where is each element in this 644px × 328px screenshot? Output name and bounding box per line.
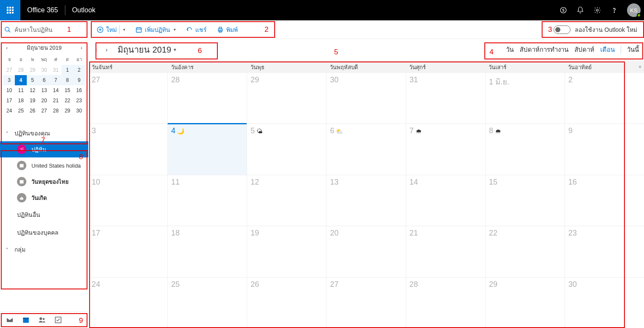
- mini-day[interactable]: 19: [27, 95, 38, 106]
- day-cell[interactable]: 29: [486, 278, 565, 328]
- mini-day[interactable]: 27: [38, 106, 50, 116]
- day-cell[interactable]: 22: [486, 226, 565, 277]
- mini-day[interactable]: 21: [50, 95, 62, 106]
- day-cell[interactable]: 29: [247, 73, 326, 123]
- mini-day[interactable]: 20: [38, 95, 50, 106]
- mini-day[interactable]: 14: [50, 85, 62, 95]
- prev-month[interactable]: ‹: [93, 46, 99, 53]
- day-cell[interactable]: 25: [168, 278, 247, 328]
- day-cell[interactable]: 10: [88, 175, 168, 226]
- day-cell[interactable]: 31: [406, 73, 486, 123]
- mini-next-month[interactable]: ›: [79, 45, 84, 51]
- day-cell[interactable]: 12: [247, 175, 326, 226]
- calendar-item[interactable]: วันหยุดของไทย: [0, 174, 88, 190]
- view-day[interactable]: วัน: [506, 45, 514, 55]
- day-cell[interactable]: 28: [168, 73, 247, 123]
- day-cell[interactable]: 2: [565, 73, 644, 123]
- skype-icon[interactable]: [559, 6, 568, 14]
- share-button[interactable]: แชร์: [186, 25, 207, 34]
- day-cell[interactable]: 5🌤: [247, 124, 326, 174]
- view-workweek[interactable]: สัปดาห์การทำงาน: [520, 45, 568, 55]
- calendar-group-your[interactable]: ˄ ปฏิทินของคุณ: [0, 125, 88, 141]
- mini-day[interactable]: 29: [27, 65, 38, 75]
- mini-day[interactable]: 15: [62, 85, 73, 95]
- day-cell[interactable]: 9: [565, 124, 644, 174]
- new-button[interactable]: ใหม่ ▾: [97, 25, 125, 34]
- mini-day[interactable]: 7: [50, 75, 62, 85]
- mini-day[interactable]: 22: [62, 95, 73, 106]
- mini-day[interactable]: 6: [38, 75, 50, 85]
- day-cell[interactable]: 8🌧: [486, 124, 565, 174]
- day-cell[interactable]: 19: [247, 226, 326, 277]
- day-cell[interactable]: 18: [168, 226, 247, 277]
- day-cell[interactable]: 7🌧: [406, 124, 486, 174]
- mini-day[interactable]: 10: [3, 85, 15, 95]
- mini-day[interactable]: 5: [27, 75, 38, 85]
- mini-day[interactable]: 24: [3, 106, 15, 116]
- tasks-icon[interactable]: [54, 316, 62, 324]
- mini-day[interactable]: 3: [3, 75, 15, 85]
- mini-day[interactable]: 31: [50, 65, 62, 75]
- day-cell[interactable]: 30: [326, 73, 406, 123]
- calendar-group-people[interactable]: ปฏิทินของบุคคล: [0, 224, 88, 241]
- mini-day[interactable]: 27: [3, 65, 15, 75]
- day-cell[interactable]: 17: [88, 226, 168, 277]
- app-launcher[interactable]: [0, 0, 20, 20]
- mini-day[interactable]: 28: [15, 65, 26, 75]
- people-icon[interactable]: [38, 316, 46, 324]
- mini-day[interactable]: 29: [62, 106, 73, 116]
- mini-day[interactable]: 16: [73, 85, 85, 95]
- day-cell[interactable]: 27: [88, 73, 168, 123]
- day-cell[interactable]: 24: [88, 278, 168, 328]
- day-cell[interactable]: 26: [247, 278, 326, 328]
- day-cell[interactable]: 4🌙: [168, 124, 247, 174]
- mini-day[interactable]: 1: [62, 65, 73, 75]
- collapse-panel-icon[interactable]: «: [638, 64, 641, 70]
- day-cell[interactable]: 30: [565, 278, 644, 328]
- day-cell[interactable]: 28: [406, 278, 486, 328]
- search-input[interactable]: ค้นหาในปฏิทิน: [0, 20, 88, 39]
- calendar-group-groups[interactable]: ˅ กลุ่ม: [0, 241, 88, 258]
- mini-day[interactable]: 28: [50, 106, 62, 116]
- brand-office[interactable]: Office 365: [20, 6, 65, 14]
- calendar-item[interactable]: ปปฏิทิน: [0, 141, 88, 157]
- mail-icon[interactable]: [6, 316, 14, 324]
- help-icon[interactable]: [610, 6, 619, 14]
- user-avatar[interactable]: KS: [627, 3, 641, 17]
- mini-day[interactable]: 4: [15, 75, 26, 85]
- mini-day[interactable]: 12: [27, 85, 38, 95]
- mini-day[interactable]: 30: [38, 65, 50, 75]
- day-cell[interactable]: 16: [565, 175, 644, 226]
- mini-day[interactable]: 9: [73, 75, 85, 85]
- day-cell[interactable]: 14: [406, 175, 486, 226]
- day-cell[interactable]: 13: [326, 175, 406, 226]
- day-cell[interactable]: 11: [168, 175, 247, 226]
- calendar-group-other[interactable]: ปฏิทินอื่น: [0, 206, 88, 224]
- view-month[interactable]: เดือน: [600, 45, 615, 55]
- month-picker[interactable]: มิถุนายน 2019 ▾: [118, 43, 176, 56]
- mini-day[interactable]: 23: [73, 95, 85, 106]
- mini-title[interactable]: มิถุนายน 2019: [27, 43, 62, 52]
- mini-day[interactable]: 17: [3, 95, 15, 106]
- chevron-down-icon[interactable]: ▾: [123, 27, 125, 32]
- next-month[interactable]: ›: [104, 46, 110, 53]
- view-week[interactable]: สัปดาห์: [574, 45, 594, 55]
- mini-day[interactable]: 26: [27, 106, 38, 116]
- day-cell[interactable]: 27: [326, 278, 406, 328]
- day-cell[interactable]: 3: [88, 124, 168, 174]
- mini-day[interactable]: 11: [15, 85, 26, 95]
- print-button[interactable]: พิมพ์: [217, 25, 238, 34]
- add-calendar-button[interactable]: เพิ่มปฏิทิน ▾: [135, 25, 176, 34]
- calendar-module-icon[interactable]: [22, 316, 30, 324]
- calendar-item[interactable]: วันเกิด: [0, 190, 88, 206]
- try-new-toggle[interactable]: [554, 25, 571, 34]
- mini-day[interactable]: 25: [15, 106, 26, 116]
- day-cell[interactable]: 1 มิ.ย.: [486, 73, 565, 123]
- day-cell[interactable]: 20: [326, 226, 406, 277]
- notifications-icon[interactable]: [576, 6, 585, 14]
- day-cell[interactable]: 6⛅: [326, 124, 406, 174]
- mini-prev-month[interactable]: ‹: [4, 45, 9, 51]
- mini-day[interactable]: 30: [73, 106, 85, 116]
- calendar-item[interactable]: United States holida: [0, 157, 88, 174]
- mini-day[interactable]: 2: [73, 65, 85, 75]
